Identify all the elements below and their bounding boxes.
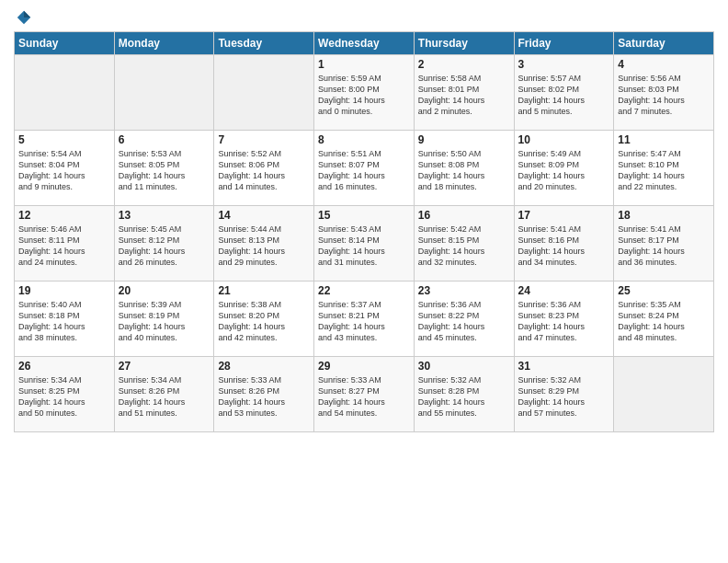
calendar-cell: 19Sunrise: 5:40 AMSunset: 8:18 PMDayligh…	[15, 282, 115, 357]
calendar-cell: 30Sunrise: 5:32 AMSunset: 8:28 PMDayligh…	[414, 357, 514, 432]
weekday-header-sunday: Sunday	[15, 32, 115, 55]
day-number: 13	[119, 209, 210, 222]
day-number: 12	[18, 209, 110, 222]
day-number: 21	[218, 284, 310, 297]
calendar-header-row: SundayMondayTuesdayWednesdayThursdayFrid…	[15, 32, 714, 55]
page-header	[14, 9, 714, 24]
calendar-week-row: 5Sunrise: 5:54 AMSunset: 8:04 PMDaylight…	[15, 131, 714, 206]
weekday-header-thursday: Thursday	[414, 32, 514, 55]
weekday-header-saturday: Saturday	[614, 32, 714, 55]
day-info: Sunrise: 5:37 AMSunset: 8:21 PMDaylight:…	[318, 299, 410, 344]
day-info: Sunrise: 5:35 AMSunset: 8:24 PMDaylight:…	[618, 299, 710, 344]
weekday-header-tuesday: Tuesday	[214, 32, 314, 55]
day-info: Sunrise: 5:38 AMSunset: 8:20 PMDaylight:…	[218, 299, 310, 344]
calendar-cell: 26Sunrise: 5:34 AMSunset: 8:25 PMDayligh…	[15, 357, 115, 432]
day-number: 16	[418, 209, 510, 222]
day-info: Sunrise: 5:34 AMSunset: 8:25 PMDaylight:…	[18, 374, 110, 419]
day-number: 19	[18, 284, 110, 297]
weekday-header-friday: Friday	[514, 32, 614, 55]
day-info: Sunrise: 5:50 AMSunset: 8:08 PMDaylight:…	[418, 148, 510, 193]
day-number: 29	[318, 360, 410, 373]
calendar-cell: 10Sunrise: 5:49 AMSunset: 8:09 PMDayligh…	[514, 131, 614, 206]
day-info: Sunrise: 5:32 AMSunset: 8:29 PMDaylight:…	[518, 374, 610, 419]
calendar-table: SundayMondayTuesdayWednesdayThursdayFrid…	[14, 31, 714, 432]
day-number: 23	[418, 284, 510, 297]
logo-icon	[16, 9, 32, 26]
day-info: Sunrise: 5:43 AMSunset: 8:14 PMDaylight:…	[318, 224, 410, 269]
calendar-cell: 17Sunrise: 5:41 AMSunset: 8:16 PMDayligh…	[514, 206, 614, 282]
day-info: Sunrise: 5:32 AMSunset: 8:28 PMDaylight:…	[418, 374, 510, 419]
calendar-cell: 11Sunrise: 5:47 AMSunset: 8:10 PMDayligh…	[614, 131, 714, 206]
day-number: 1	[318, 58, 410, 71]
calendar-cell: 21Sunrise: 5:38 AMSunset: 8:20 PMDayligh…	[214, 282, 314, 357]
page-container: SundayMondayTuesdayWednesdayThursdayFrid…	[0, 0, 728, 442]
calendar-cell	[614, 357, 714, 432]
day-number: 4	[618, 58, 710, 71]
day-number: 2	[418, 58, 510, 71]
day-info: Sunrise: 5:59 AMSunset: 8:00 PMDaylight:…	[318, 73, 410, 118]
weekday-header-monday: Monday	[114, 32, 214, 55]
day-number: 17	[518, 209, 610, 222]
calendar-cell: 28Sunrise: 5:33 AMSunset: 8:26 PMDayligh…	[214, 357, 314, 432]
day-number: 8	[318, 133, 410, 146]
day-number: 31	[518, 360, 610, 373]
calendar-cell	[214, 55, 314, 131]
day-number: 25	[618, 284, 710, 297]
day-info: Sunrise: 5:49 AMSunset: 8:09 PMDaylight:…	[518, 148, 610, 193]
calendar-cell: 1Sunrise: 5:59 AMSunset: 8:00 PMDaylight…	[314, 55, 415, 131]
svg-marker-1	[24, 11, 30, 17]
calendar-cell: 6Sunrise: 5:53 AMSunset: 8:05 PMDaylight…	[114, 131, 214, 206]
day-info: Sunrise: 5:53 AMSunset: 8:05 PMDaylight:…	[119, 148, 210, 193]
calendar-cell: 2Sunrise: 5:58 AMSunset: 8:01 PMDaylight…	[414, 55, 514, 131]
calendar-cell: 13Sunrise: 5:45 AMSunset: 8:12 PMDayligh…	[114, 206, 214, 282]
day-info: Sunrise: 5:45 AMSunset: 8:12 PMDaylight:…	[119, 224, 210, 269]
day-info: Sunrise: 5:41 AMSunset: 8:17 PMDaylight:…	[618, 224, 710, 269]
calendar-cell: 3Sunrise: 5:57 AMSunset: 8:02 PMDaylight…	[514, 55, 614, 131]
calendar-cell: 25Sunrise: 5:35 AMSunset: 8:24 PMDayligh…	[614, 282, 714, 357]
weekday-header-wednesday: Wednesday	[314, 32, 415, 55]
calendar-cell: 8Sunrise: 5:51 AMSunset: 8:07 PMDaylight…	[314, 131, 415, 206]
calendar-week-row: 26Sunrise: 5:34 AMSunset: 8:25 PMDayligh…	[15, 357, 714, 432]
calendar-cell: 12Sunrise: 5:46 AMSunset: 8:11 PMDayligh…	[15, 206, 115, 282]
calendar-cell: 24Sunrise: 5:36 AMSunset: 8:23 PMDayligh…	[514, 282, 614, 357]
day-info: Sunrise: 5:33 AMSunset: 8:26 PMDaylight:…	[218, 374, 310, 419]
calendar-cell: 16Sunrise: 5:42 AMSunset: 8:15 PMDayligh…	[414, 206, 514, 282]
day-number: 24	[518, 284, 610, 297]
day-info: Sunrise: 5:58 AMSunset: 8:01 PMDaylight:…	[418, 73, 510, 118]
day-info: Sunrise: 5:57 AMSunset: 8:02 PMDaylight:…	[518, 73, 610, 118]
day-info: Sunrise: 5:40 AMSunset: 8:18 PMDaylight:…	[18, 299, 110, 344]
day-info: Sunrise: 5:51 AMSunset: 8:07 PMDaylight:…	[318, 148, 410, 193]
day-number: 15	[318, 209, 410, 222]
day-info: Sunrise: 5:36 AMSunset: 8:23 PMDaylight:…	[518, 299, 610, 344]
day-number: 26	[18, 360, 110, 373]
day-number: 28	[218, 360, 310, 373]
day-number: 30	[418, 360, 510, 373]
day-number: 6	[119, 133, 210, 146]
calendar-cell: 27Sunrise: 5:34 AMSunset: 8:26 PMDayligh…	[114, 357, 214, 432]
calendar-cell: 5Sunrise: 5:54 AMSunset: 8:04 PMDaylight…	[15, 131, 115, 206]
logo	[14, 9, 32, 24]
day-number: 27	[119, 360, 210, 373]
day-number: 14	[218, 209, 310, 222]
day-number: 3	[518, 58, 610, 71]
day-number: 9	[418, 133, 510, 146]
day-number: 18	[618, 209, 710, 222]
day-info: Sunrise: 5:44 AMSunset: 8:13 PMDaylight:…	[218, 224, 310, 269]
calendar-cell: 15Sunrise: 5:43 AMSunset: 8:14 PMDayligh…	[314, 206, 415, 282]
day-info: Sunrise: 5:33 AMSunset: 8:27 PMDaylight:…	[318, 374, 410, 419]
calendar-week-row: 1Sunrise: 5:59 AMSunset: 8:00 PMDaylight…	[15, 55, 714, 131]
calendar-cell: 31Sunrise: 5:32 AMSunset: 8:29 PMDayligh…	[514, 357, 614, 432]
day-number: 5	[18, 133, 110, 146]
day-number: 7	[218, 133, 310, 146]
day-info: Sunrise: 5:47 AMSunset: 8:10 PMDaylight:…	[618, 148, 710, 193]
day-info: Sunrise: 5:56 AMSunset: 8:03 PMDaylight:…	[618, 73, 710, 118]
calendar-week-row: 19Sunrise: 5:40 AMSunset: 8:18 PMDayligh…	[15, 282, 714, 357]
day-info: Sunrise: 5:54 AMSunset: 8:04 PMDaylight:…	[18, 148, 110, 193]
calendar-cell: 18Sunrise: 5:41 AMSunset: 8:17 PMDayligh…	[614, 206, 714, 282]
day-number: 20	[119, 284, 210, 297]
calendar-cell	[15, 55, 115, 131]
calendar-cell: 29Sunrise: 5:33 AMSunset: 8:27 PMDayligh…	[314, 357, 415, 432]
calendar-cell: 7Sunrise: 5:52 AMSunset: 8:06 PMDaylight…	[214, 131, 314, 206]
day-info: Sunrise: 5:34 AMSunset: 8:26 PMDaylight:…	[119, 374, 210, 419]
calendar-cell	[114, 55, 214, 131]
